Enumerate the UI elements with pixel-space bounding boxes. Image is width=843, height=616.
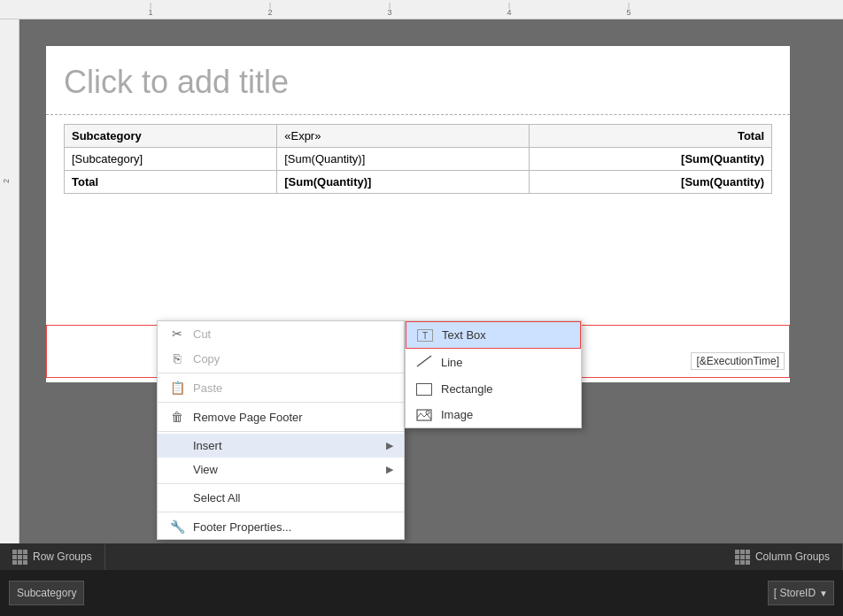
column-groups-label: Column Groups [755,551,830,563]
cell-total-label: Total [65,171,277,194]
title-area[interactable]: Click to add title [46,46,790,115]
menu-separator-5 [158,512,404,512]
svg-line-0 [417,356,431,366]
ruler-top-inner: 1 2 3 4 5 [35,0,843,19]
sub-menu-image-label: Image [441,408,473,421]
ruler-mark-3: 3 [387,8,391,17]
row-groups-label: Row Groups [33,551,92,563]
view-arrow-icon: ▶ [386,464,393,475]
menu-item-copy-label: Copy [193,352,220,366]
ruler-mark-2: 2 [267,8,272,17]
ruler-mark-1: 1 [148,8,152,17]
menu-separator-4 [158,483,404,484]
report-title: Click to add title [64,64,772,101]
context-menu: ✂ Cut ⎘ Copy 📋 Paste 🗑 Remove Page Foote… [157,320,405,540]
paste-icon: 📋 [168,381,186,395]
footer-props-icon: 🔧 [168,520,186,534]
menu-item-select-all[interactable]: Select All [158,486,404,510]
column-groups-tab[interactable]: Column Groups [723,543,843,570]
menu-item-view[interactable]: View ▶ [158,458,404,481]
table-row-total: Total [Sum(Quantity)] [Sum(Quantity) [65,171,772,194]
ruler-left: 2 [0,19,19,616]
cell-subcategory: [Subcategory] [65,148,277,171]
sub-menu-item-line[interactable]: Line [406,349,581,376]
row-groups-tab[interactable]: Row Groups [0,543,105,570]
menu-item-insert-label: Insert [193,439,222,452]
sub-menu-item-image[interactable]: Image [406,402,581,427]
menu-item-copy[interactable]: ⎘ Copy [158,346,404,371]
cell-sum-qty-right: [Sum(Quantity) [529,148,771,171]
menu-item-paste-label: Paste [193,381,222,395]
report-table: Subcategory «Expr» Total [Subcategory] [… [64,124,772,194]
header-expr: «Expr» [277,125,530,148]
store-id-label: [ StoreID [774,587,816,599]
cell-total-sum: [Sum(Quantity)] [277,171,530,194]
cut-icon: ✂ [168,327,186,341]
bottom-tabs: Row Groups Column Groups [0,543,843,570]
cell-total-sum-right: [Sum(Quantity) [529,171,771,194]
bottom-panel: Row Groups Column Groups Subcategory [ S… [0,543,843,616]
insert-arrow-icon: ▶ [386,440,393,451]
row-groups-grid-icon [12,550,27,565]
menu-item-insert[interactable]: Insert ▶ [158,434,404,458]
rectangle-icon [416,383,432,396]
cell-sum-qty: [Sum(Quantity)] [277,148,530,171]
menu-item-cut-label: Cut [193,327,211,341]
ruler-mark-4: 4 [507,8,511,17]
canvas-area: Click to add title Subcategory «Expr» To… [19,19,843,543]
store-id-dropdown[interactable]: [ StoreID ▼ [768,581,834,605]
dropdown-arrow-icon: ▼ [819,589,828,598]
sub-menu-line-label: Line [441,356,463,369]
ruler-top: 1 2 3 4 5 [0,0,843,19]
svg-point-2 [426,411,429,414]
column-groups-grid-icon [735,550,750,565]
copy-icon: ⎘ [168,351,186,366]
menu-item-cut[interactable]: ✂ Cut [158,321,404,346]
sub-menu: T Text Box Line Rectangle Image [405,320,582,428]
bottom-bar: Subcategory [ StoreID ▼ [0,570,843,616]
header-subcategory: Subcategory [65,125,277,148]
menu-item-select-all-label: Select All [193,491,240,504]
remove-footer-icon: 🗑 [168,410,186,424]
ruler-mark-5: 5 [626,8,630,17]
line-icon [416,355,432,370]
textbox-icon: T [417,329,433,342]
menu-item-footer-props[interactable]: 🔧 Footer Properties... [158,514,404,539]
image-icon [416,409,432,421]
header-total: Total [529,125,771,148]
menu-item-footer-props-label: Footer Properties... [193,520,291,534]
table-area: Subcategory «Expr» Total [Subcategory] [… [46,115,790,203]
menu-separator-1 [158,373,404,373]
sub-menu-item-rectangle[interactable]: Rectangle [406,376,581,402]
subcategory-item[interactable]: Subcategory [9,581,84,605]
menu-item-remove-footer-label: Remove Page Footer [193,411,303,424]
table-row: [Subcategory] [Sum(Quantity)] [Sum(Quant… [65,148,772,171]
menu-item-view-label: View [193,463,218,476]
sub-menu-rectangle-label: Rectangle [441,382,493,396]
table-header-row: Subcategory «Expr» Total [65,125,772,148]
menu-separator-3 [158,431,404,432]
ruler-mark-2-left: 2 [2,179,11,183]
menu-separator-2 [158,402,404,403]
menu-item-paste[interactable]: 📋 Paste [158,375,404,400]
sub-menu-textbox-label: Text Box [442,328,486,342]
sub-menu-item-textbox[interactable]: T Text Box [406,321,581,349]
subcategory-item-label: Subcategory [17,587,76,599]
menu-item-remove-footer[interactable]: 🗑 Remove Page Footer [158,404,404,429]
footer-execution-time: [&ExecutionTime] [691,352,785,370]
